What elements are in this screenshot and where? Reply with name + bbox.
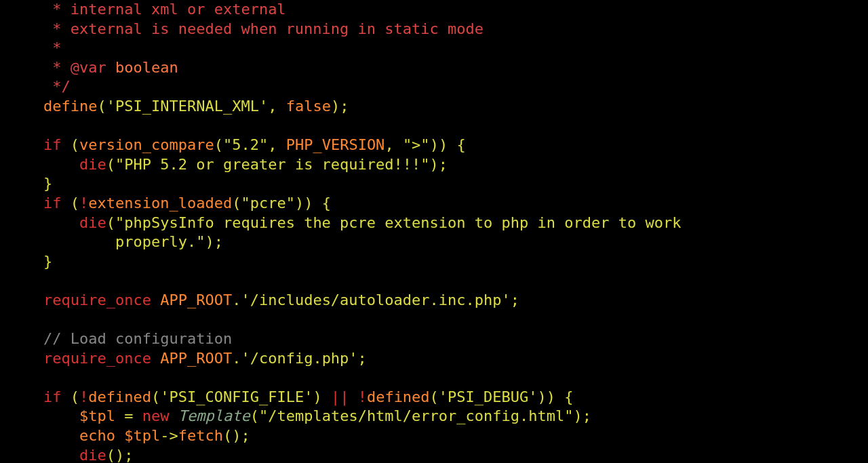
- code-line: }: [43, 175, 52, 192]
- code-line: [43, 311, 52, 328]
- code-line: *: [43, 39, 62, 56]
- code-line: }: [43, 253, 52, 270]
- code-line: // Load configuration: [43, 330, 232, 347]
- code-line: * internal xml or external: [43, 1, 286, 18]
- code-line: define('PSI_INTERNAL_XML', false);: [43, 98, 349, 115]
- code-line: if (!defined('PSI_CONFIG_FILE') || !defi…: [43, 388, 574, 405]
- code-line: [43, 117, 52, 134]
- code-line: [43, 369, 52, 386]
- code-line: require_once APP_ROOT.'/includes/autoloa…: [43, 291, 519, 308]
- code-line: * external is needed when running in sta…: [43, 20, 484, 37]
- code-line: * @var boolean: [43, 59, 178, 76]
- code-line: properly.");: [43, 233, 223, 250]
- code-line: echo $tpl->fetch();: [43, 427, 250, 444]
- code-line: die("PHP 5.2 or greater is required!!!")…: [43, 156, 448, 173]
- code-line: die();: [43, 447, 133, 463]
- code-line: $tpl = new Template("/templates/html/err…: [43, 407, 591, 424]
- code-line: if (!extension_loaded("pcre")) {: [43, 195, 331, 212]
- code-editor[interactable]: * internal xml or external * external is…: [43, 0, 868, 463]
- code-line: if (version_compare("5.2", PHP_VERSION, …: [43, 136, 466, 153]
- code-line: */: [43, 78, 71, 95]
- code-line: require_once APP_ROOT.'/config.php';: [43, 350, 367, 367]
- code-line: [43, 272, 52, 289]
- code-line: die("phpSysInfo requires the pcre extens…: [43, 214, 690, 231]
